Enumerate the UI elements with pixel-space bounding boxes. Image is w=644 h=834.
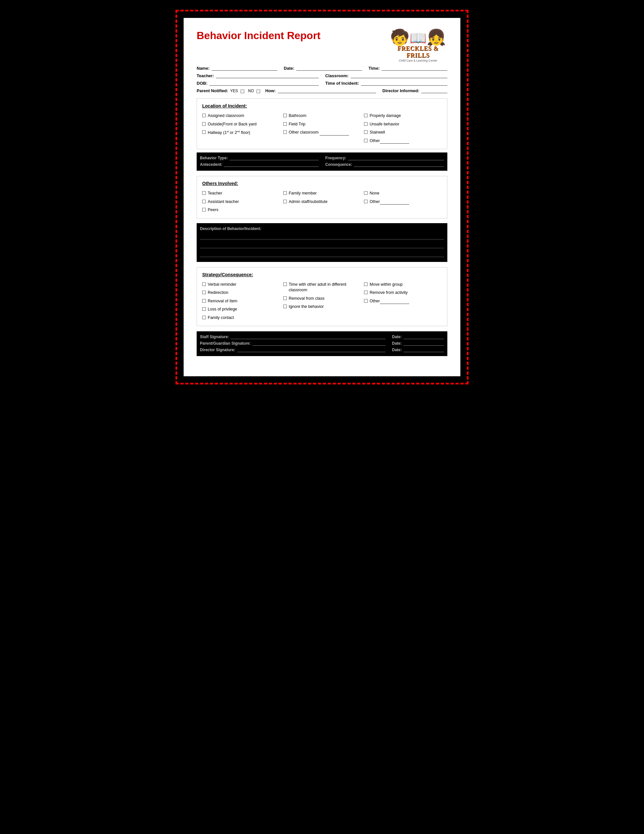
dob-label: DOB: [197,81,207,86]
director-sig-date-field: Date: [392,347,444,352]
redirection-checkbox[interactable] [202,291,206,294]
dark-field-3: Antecedent: [200,162,319,167]
behavior-row2: Antecedent: Consequence: [200,162,444,167]
asst-teacher-checkbox[interactable] [202,200,206,203]
loss-privilege-checkbox[interactable] [202,307,206,311]
family-contact-checkbox[interactable] [202,316,206,319]
admin-staff-checkbox[interactable] [283,200,287,203]
narrative-line[interactable] [200,250,444,257]
ignore-behavior-checkbox[interactable] [283,305,287,308]
other-others-checkbox[interactable] [364,200,368,203]
sig-date-field: Date: [392,334,444,339]
parent-notified-label: Parent Notified: [197,88,228,93]
other-others-label: Other [370,199,409,205]
teacher-checkbox[interactable] [202,191,206,195]
asst-teacher-label: Assistant teacher [208,199,239,205]
parent-sig-input[interactable] [252,341,386,346]
name-field[interactable] [211,65,278,71]
outside-checkbox[interactable] [202,122,206,126]
director-sig-field: Director Signature: [200,347,386,352]
list-item: Move within group [364,281,442,288]
list-item: Other classroom [283,129,361,136]
director-sig-date-label: Date: [392,348,402,352]
incident-time-field[interactable] [361,81,447,86]
signature-section: Staff Signature: Date: Parent/Guardian S… [197,331,447,356]
parent-notified-row: Parent Notified: YES NO How: Director In… [197,88,447,93]
others-col2: Family member Admin staff/substitute [283,190,361,214]
no-checkbox[interactable] [257,90,260,93]
hallway-checkbox[interactable] [202,130,206,134]
time-field[interactable] [382,65,447,71]
stairwell-checkbox[interactable] [364,130,368,134]
unsafe-behavior-checkbox[interactable] [364,122,368,126]
removal-item-checkbox[interactable] [202,299,206,303]
other-classroom-checkbox[interactable] [283,130,287,134]
list-item: Remove from activity [364,289,442,296]
how-field[interactable] [278,88,376,93]
list-item: Teacher [202,190,280,197]
page: Behavior Incident Report 🧒📖👧 FRECKLES & … [184,18,460,376]
incident-time-row: Time of Incident: [325,81,447,86]
incident-time-label: Time of Incident: [325,81,359,86]
classroom-row: Classroom: [325,73,447,78]
brand-name: FRECKLES & FRILLS [389,45,447,59]
narrative-line[interactable] [200,241,444,248]
yes-label: YES [230,89,238,93]
behavior-type-field[interactable] [229,155,319,160]
verbal-reminder-checkbox[interactable] [202,283,206,286]
teacher-field[interactable] [216,73,319,78]
family-member-label: Family member [289,191,317,196]
property-damage-checkbox[interactable] [364,114,368,117]
staff-sig-input[interactable] [231,334,386,339]
parent-sig-field: Parent/Guardian Signature: [200,341,386,346]
director-sig-input[interactable] [237,347,386,352]
assigned-classroom-checkbox[interactable] [202,114,206,117]
peers-checkbox[interactable] [202,208,206,212]
list-item: Admin staff/substitute [283,199,361,205]
yes-checkbox[interactable] [240,90,244,93]
parent-sig-date-input[interactable] [404,341,444,346]
field-trip-checkbox[interactable] [283,122,287,126]
strategy-checkbox-grid: Verbal reminder Redirection Removal of I… [202,281,442,322]
antecedent-field[interactable] [224,162,319,167]
behavior-row1: Behavior Type: Frequency: [200,155,444,160]
sig-date-input[interactable] [404,334,444,339]
dark-field-1: Behavior Type: [200,155,319,160]
date-field[interactable] [296,65,362,71]
dark-field-2: Frequency: [325,155,444,160]
list-item: Other [364,298,442,305]
none-checkbox[interactable] [364,191,368,195]
location-section: Location of Incident: Assigned classroom… [197,99,447,149]
others-title: Others Involved: [202,181,442,186]
header: Behavior Incident Report 🧒📖👧 FRECKLES & … [197,30,447,62]
narrative-line[interactable] [200,232,444,239]
frequency-field[interactable] [348,155,444,160]
move-within-group-checkbox[interactable] [364,283,368,286]
removal-class-checkbox[interactable] [283,296,287,300]
bathroom-checkbox[interactable] [283,114,287,117]
others-checkbox-grid: Teacher Assistant teacher Peers [202,190,442,214]
other-loc-label: Other [370,138,409,144]
director-sig-date-input[interactable] [404,347,444,352]
property-damage-label: Property damage [370,113,401,119]
remove-activity-checkbox[interactable] [364,291,368,294]
brand-sub: Child Care & Learning Center [389,59,447,62]
family-member-checkbox[interactable] [283,191,287,195]
other-strategy-checkbox[interactable] [364,299,368,303]
director-field[interactable] [421,88,447,93]
name-row: Name: Date: Time: [197,65,447,71]
other-loc-checkbox[interactable] [364,139,368,142]
dob-row: DOB: [197,81,319,86]
location-title: Location of Incident: [202,103,442,108]
sig-row1: Staff Signature: Date: [200,334,444,339]
dob-field[interactable] [209,81,319,86]
stairwell-label: Stairwell [370,130,385,136]
list-item: Removal from class [283,295,361,302]
consequence-field[interactable] [354,162,444,167]
sig-row3: Director Signature: Date: [200,347,444,352]
hallway-label: Hallway (1st or 2nd floor) [208,130,250,136]
classroom-field[interactable] [351,73,447,78]
parent-sig-date-label: Date: [392,341,402,346]
time-other-adult-checkbox[interactable] [283,283,287,286]
redirection-label: Redirection [208,290,228,296]
